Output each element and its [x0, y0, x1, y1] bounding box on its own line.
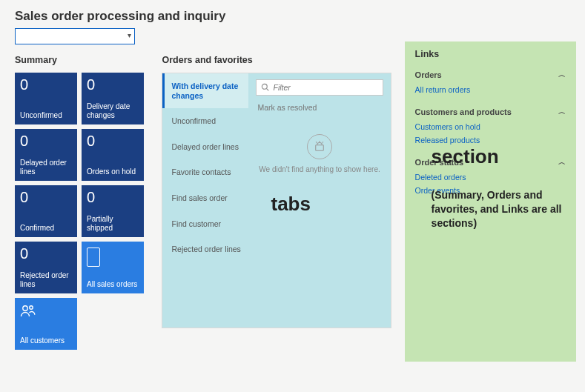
link-group-order-status[interactable]: Order status ︿ — [415, 153, 566, 170]
tile-count: 0 — [20, 190, 72, 205]
filter-box[interactable] — [256, 79, 383, 96]
tile-count: 0 — [20, 133, 72, 148]
link-group-title: Orders — [415, 70, 442, 79]
link-group-orders[interactable]: Orders ︿ — [415, 65, 566, 83]
tile-count: 0 — [87, 133, 139, 148]
link-group-title: Order status — [415, 158, 463, 167]
tile-label: Partially shipped — [87, 215, 139, 233]
tab-favorite-contacts[interactable]: Favorite contacts — [162, 159, 248, 185]
tile-confirmed[interactable]: 0 Confirmed — [15, 185, 77, 237]
svg-point-0 — [23, 306, 27, 310]
tile-label: Delayed order lines — [20, 159, 72, 176]
orders-tabpanel: Mark as resolved We didn't find anything… — [248, 73, 390, 328]
annotation-tabs: tabs — [271, 193, 383, 216]
tile-delayed-order-lines[interactable]: 0 Delayed order lines — [15, 129, 77, 181]
chevron-up-icon: ︿ — [558, 107, 566, 117]
tile-orders-on-hold[interactable]: 0 Orders on hold — [82, 129, 144, 181]
link-group-customers-products[interactable]: Customers and products ︿ — [415, 102, 566, 120]
chevron-up-icon: ︿ — [558, 157, 566, 167]
link-customers-on-hold[interactable]: Customers on hold — [415, 120, 566, 133]
mark-as-resolved-link[interactable]: Mark as resolved — [256, 103, 383, 112]
tile-all-sales-orders[interactable]: All sales orders — [82, 242, 144, 293]
tile-label: All customers — [20, 336, 72, 345]
tab-delayed-order-lines[interactable]: Delayed order lines — [162, 134, 248, 160]
tile-label: Orders on hold — [87, 167, 139, 176]
tile-delivery-date-changes[interactable]: 0 Delivery date changes — [82, 73, 144, 124]
svg-point-1 — [30, 306, 33, 309]
tab-unconfirmed[interactable]: Unconfirmed — [162, 108, 248, 134]
page-title: Sales order processing and inquiry — [0, 0, 585, 28]
filter-input[interactable] — [273, 83, 377, 92]
link-all-return-orders[interactable]: All return orders — [415, 83, 566, 96]
tile-label: All sales orders — [87, 280, 139, 289]
link-order-events[interactable]: Order events — [415, 184, 566, 197]
tile-label: Confirmed — [20, 224, 72, 233]
tile-count: 0 — [87, 77, 139, 92]
tab-find-sales-order[interactable]: Find sales order — [162, 185, 248, 211]
workspace-dropdown[interactable]: ▾ — [15, 28, 135, 44]
orders-and-favorites-section: Orders and favorites With delivery date … — [162, 55, 391, 328]
tile-label: Delivery date changes — [87, 102, 139, 120]
tile-count: 0 — [20, 246, 72, 261]
tile-unconfirmed[interactable]: 0 Unconfirmed — [15, 73, 77, 124]
link-deleted-orders[interactable]: Deleted orders — [415, 170, 566, 184]
document-icon — [87, 248, 100, 267]
tab-with-delivery-date-changes[interactable]: With delivery date changes — [162, 73, 248, 108]
chevron-up-icon: ︿ — [558, 70, 566, 80]
tile-label: Rejected order lines — [20, 271, 72, 289]
svg-rect-4 — [316, 145, 324, 151]
svg-line-3 — [267, 88, 269, 90]
link-group-title: Customers and products — [415, 107, 512, 116]
svg-point-2 — [262, 84, 268, 89]
summary-heading: Summary — [15, 55, 148, 65]
tile-rejected-order-lines[interactable]: 0 Rejected order lines — [15, 242, 77, 293]
people-icon — [20, 304, 72, 321]
search-icon — [261, 83, 269, 93]
summary-section: Summary 0 Unconfirmed 0 Delivery date ch… — [15, 55, 148, 350]
tile-label: Unconfirmed — [20, 111, 72, 120]
orders-tablist: With delivery date changes Unconfirmed D… — [162, 73, 248, 328]
links-section: Links Orders ︿ All return orders Custome… — [405, 41, 576, 362]
empty-state-message: We didn't find anything to show here. — [256, 165, 383, 173]
orders-heading: Orders and favorites — [162, 55, 391, 65]
chevron-down-icon: ▾ — [128, 31, 131, 39]
empty-state-icon — [307, 134, 332, 159]
tile-all-customers[interactable]: All customers — [15, 298, 77, 350]
link-released-products[interactable]: Released products — [415, 133, 566, 147]
tab-find-customer[interactable]: Find customer — [162, 211, 248, 237]
tile-count: 0 — [20, 77, 72, 92]
tile-partially-shipped[interactable]: 0 Partially shipped — [82, 185, 144, 237]
tab-rejected-order-lines[interactable]: Rejected order lines — [162, 236, 248, 262]
tile-count: 0 — [87, 190, 139, 205]
links-heading: Links — [415, 49, 566, 59]
